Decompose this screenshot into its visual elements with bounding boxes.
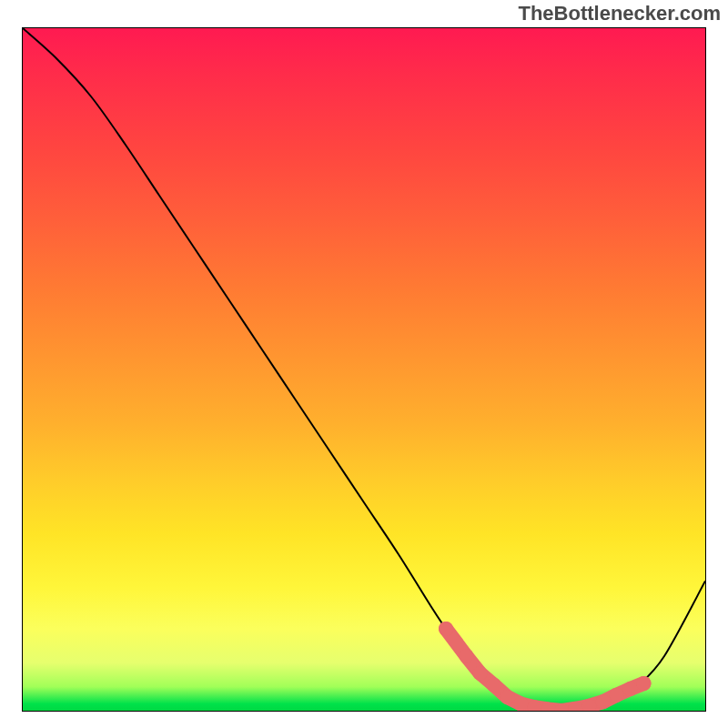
marker-dot [514,697,529,711]
chart-container: TheBottlenecker.com [0,0,728,728]
marker-dot [473,666,488,681]
curve-line [23,28,705,711]
watermark-text: TheBottlenecker.com [518,2,721,25]
marker-dot [439,622,453,636]
marker-dot [610,688,624,703]
marker-dot [623,682,638,696]
marker-dot [500,690,515,704]
marker-dot [596,694,611,709]
chart-svg [23,28,705,711]
marker-dot [460,649,474,663]
plot-frame [22,27,706,712]
marker-dot [637,676,652,691]
marker-dot [487,678,501,693]
marker-group [439,622,651,711]
